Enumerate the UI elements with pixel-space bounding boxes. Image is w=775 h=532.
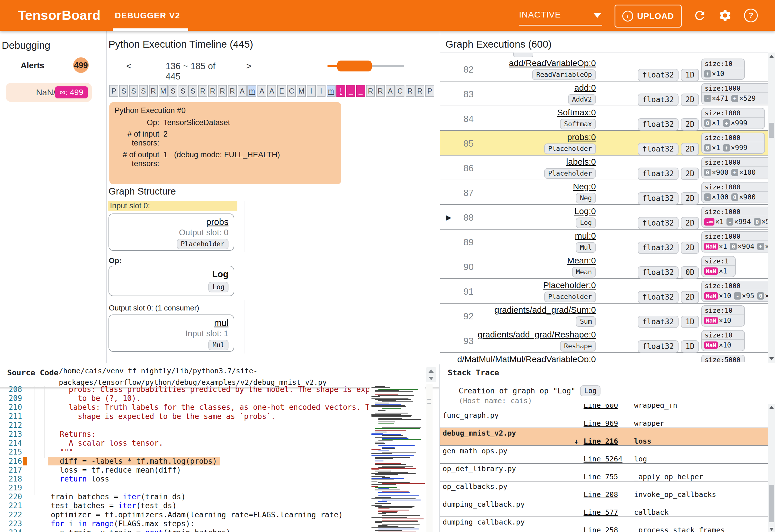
tensor-name-link[interactable]: labels:0	[566, 157, 596, 166]
scrollbar-thumb[interactable]	[769, 123, 774, 138]
tensor-name-link[interactable]: add/ReadVariableOp:0	[509, 58, 596, 68]
graph-execution-row[interactable]: 93gradients/add_grad/Reshape:0Reshapeflo…	[440, 328, 768, 353]
graph-execution-row[interactable]: 83add:0AddV2float322Dsize:1000-×471+×529	[440, 81, 768, 106]
tensor-name-link[interactable]: Log:0	[574, 206, 596, 216]
graph-execution-row[interactable]: 87Neg:0Negfloat322Dsize:1000-×1000×900	[440, 180, 768, 205]
tensor-name-link[interactable]: Mean:0	[567, 256, 596, 265]
graph-execution-row[interactable]: 90Mean:0Meanfloat320Dsize:1NaN×1	[440, 254, 768, 279]
stack-frame[interactable]: gen_math_ops.pyLine 5264log	[440, 446, 768, 464]
timeline-tile[interactable]: m	[327, 85, 335, 97]
tensor-name-link[interactable]: probs:0	[567, 132, 596, 142]
tensor-name-link[interactable]: add:0	[574, 83, 596, 92]
timeline-tile[interactable]: S	[178, 85, 187, 97]
stack-frame-line-link[interactable]: Line 577	[584, 508, 618, 517]
timeline-tile[interactable]: R	[218, 85, 227, 97]
timeline-tile[interactable]: S	[119, 85, 128, 97]
stack-frame-line-link[interactable]: Line 258	[584, 526, 618, 532]
scroll-up-icon[interactable]	[769, 55, 774, 58]
timeline-tile[interactable]: R	[376, 85, 385, 97]
stack-frame-line-link[interactable]: Line 969	[584, 419, 618, 428]
timeline-tile[interactable]: !	[336, 85, 345, 97]
timeline-tile[interactable]: R	[415, 85, 424, 97]
timeline-tile[interactable]: R	[228, 85, 237, 97]
tensor-name-link[interactable]: d/MatMul/MatMul/ReadVariableOp:0	[457, 354, 596, 362]
stack-frame[interactable]: op_def_library.pyLine 755_apply_op_helpe…	[440, 464, 768, 481]
timeline-tile[interactable]: M	[297, 85, 306, 97]
stack-frame-line-link[interactable]: Line 216	[584, 437, 618, 445]
timeline-tile[interactable]: S	[129, 85, 138, 97]
stack-frame[interactable]: op_callbacks.pyLine 208invoke_op_callbac…	[440, 481, 768, 499]
graph-execution-row[interactable]: 86labels:0Placeholderfloat322Dsize:10000…	[440, 156, 768, 180]
run-status-dropdown[interactable]: INACTIVE	[519, 10, 602, 20]
timeline-prev-button[interactable]: <	[126, 61, 131, 71]
timeline-tile[interactable]: A	[267, 85, 276, 97]
timeline-next-button[interactable]: >	[246, 61, 251, 71]
timeline-tile[interactable]: R	[198, 85, 207, 97]
timeline-tile[interactable]: I	[307, 85, 316, 97]
consumer-node-name-link[interactable]: mul	[109, 318, 228, 328]
timeline-tile[interactable]: C	[287, 85, 296, 97]
timeline-tile[interactable]: P	[109, 85, 118, 97]
input-node-name-link[interactable]: probs	[109, 217, 228, 227]
stack-frame[interactable]: dumping_callback.pyLine 577callback	[440, 499, 768, 517]
graph-execution-row[interactable]: 82add/ReadVariableOp:0ReadVariableOpfloa…	[440, 57, 768, 81]
stack-frame[interactable]: debug_mnist_v2.py↓Line 216loss	[440, 428, 768, 446]
graph-execution-row[interactable]: ▶88Log:0Logfloat322Dsize:1000-∞×1-×9940×…	[440, 205, 768, 230]
source-code-scrollbar[interactable]	[426, 384, 433, 532]
timeline-tile[interactable]: S	[139, 85, 148, 97]
stack-frame[interactable]: func_graph.pyLine 969wrapper	[440, 410, 768, 428]
timeline-tile[interactable]: S	[168, 85, 177, 97]
timeline-tile[interactable]: R	[208, 85, 217, 97]
graph-execution-row[interactable]: 92gradients/add_grad/Sum:0Sumfloat321Dsi…	[440, 304, 768, 328]
timeline-tile[interactable]: I	[316, 85, 325, 97]
refresh-icon[interactable]	[692, 8, 707, 23]
scroll-down-icon[interactable]	[429, 377, 434, 380]
scroll-up-icon[interactable]	[429, 369, 434, 373]
timeline-tile[interactable]: m	[247, 85, 256, 97]
stack-frame[interactable]: dumping_callback.pyLine 258_process_stac…	[440, 517, 768, 532]
scrollbar-thumb[interactable]	[769, 485, 774, 522]
graph-execution-row[interactable]: 89mul:0Mulfloat322Dsize:1000NaN×10×904+×…	[440, 230, 768, 254]
input-node-card[interactable]: probs Output slot: 0 Placeholder	[108, 213, 234, 251]
scroll-up-icon[interactable]	[769, 406, 774, 409]
tensor-name-link[interactable]: Softmax:0	[557, 108, 596, 117]
tensor-name-link[interactable]: gradients/add_grad/Sum:0	[494, 305, 596, 314]
graph-execution-row[interactable]: d/MatMul/MatMul/ReadVariableOp:0size:500…	[440, 353, 768, 362]
tensor-name-link[interactable]: Neg:0	[573, 182, 596, 191]
scroll-down-icon[interactable]	[769, 357, 774, 360]
stack-frame-line-link[interactable]: Line 600	[584, 404, 618, 409]
timeline-tile[interactable]: R	[366, 85, 375, 97]
tensor-name-link[interactable]: Placeholder:0	[543, 280, 596, 290]
timeline-tile[interactable]: M	[159, 85, 168, 97]
timeline-tile[interactable]: R	[406, 85, 415, 97]
scroll-down-icon[interactable]	[769, 528, 774, 531]
graph-executions-scrollbar[interactable]	[768, 53, 775, 363]
stack-frame-line-link[interactable]: Line 5264	[584, 455, 622, 463]
timeline-tile[interactable]: R	[149, 85, 158, 97]
help-icon[interactable]: ?	[743, 8, 758, 23]
stack-frame-line-link[interactable]: Line 208	[584, 490, 618, 499]
tensor-name-link[interactable]: mul:0	[575, 231, 596, 240]
timeline-tile[interactable]: A	[238, 85, 246, 97]
code-minimap[interactable]	[370, 386, 425, 531]
alert-type-nan-inf[interactable]: NaN/ ∞: 499	[6, 83, 92, 102]
timeline-tile[interactable]: A	[257, 85, 266, 97]
timeline-tile[interactable]: S	[188, 85, 197, 97]
tensor-name-link[interactable]: gradients/add_grad/Reshape:0	[478, 330, 596, 339]
timeline-tile[interactable]: C	[396, 85, 405, 97]
stack-frame-line-link[interactable]: Line 755	[584, 473, 618, 481]
timeline-tile[interactable]: _	[346, 85, 355, 97]
timeline-tile[interactable]: E	[277, 85, 286, 97]
upload-button[interactable]: i UPLOAD	[615, 5, 682, 28]
timeline-tile[interactable]: A	[386, 85, 395, 97]
graph-execution-row[interactable]: 85probs:0Placeholderfloat322Dsize:10000×…	[440, 131, 768, 156]
stack-frame[interactable]: Line 600wrapped_fn	[440, 404, 768, 410]
source-scroll-buttons[interactable]	[426, 367, 436, 382]
graph-execution-row[interactable]: 84Softmax:0Softmaxfloat322Dsize:10000×1+…	[440, 106, 768, 131]
tab-debugger-v2[interactable]: DEBUGGER V2	[115, 11, 180, 20]
graph-execution-row[interactable]: 91Placeholder:0Placeholderfloat322Dsize:…	[440, 279, 768, 304]
gear-icon[interactable]	[718, 8, 733, 23]
timeline-tile[interactable]: _	[356, 85, 365, 97]
stack-trace-scrollbar[interactable]	[768, 404, 775, 532]
timeline-tile[interactable]: P	[426, 85, 434, 97]
